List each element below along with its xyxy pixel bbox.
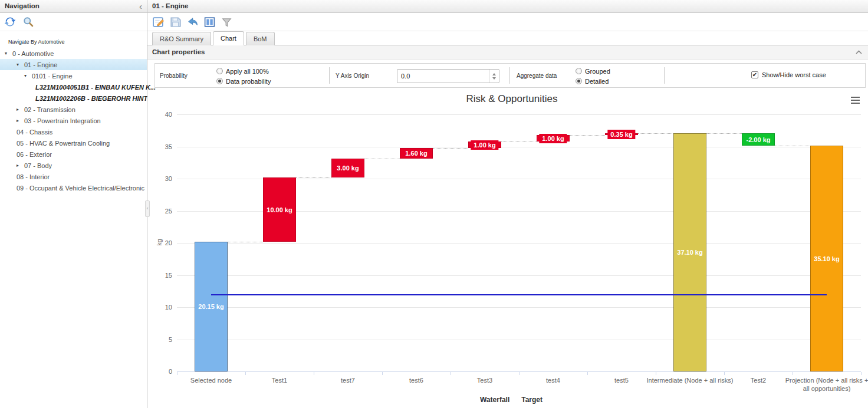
x-axis-tick (519, 372, 520, 375)
bar-value-label: 35.10 kg (811, 254, 842, 264)
radio-icon[interactable] (576, 78, 582, 84)
radio-data-probability[interactable]: Data probability (216, 76, 271, 86)
y-axis-tick-label: 40 (154, 111, 172, 118)
chart-properties-header[interactable]: Chart properties (147, 45, 868, 60)
tree-item-label: 0101 - Engine (32, 73, 73, 80)
bar-value-label: 3.00 kg (334, 163, 361, 173)
tree-item[interactable]: 05 - HVAC & Powertrain Cooling (0, 137, 147, 149)
radio-label: Detailed (585, 78, 609, 85)
worst-case-label: Show/Hide worst case (762, 71, 826, 78)
expander-open-icon[interactable]: ▾ (5, 51, 12, 56)
radio-detailed[interactable]: Detailed (576, 76, 610, 86)
navigation-tree: ▾0 - Automotive▾01 - Engine▾0101 - Engin… (0, 48, 147, 193)
radio-grouped[interactable]: Grouped (576, 66, 610, 76)
y-axis-tick-label: 15 (154, 272, 172, 279)
y-axis-tick-label: 30 (154, 175, 172, 182)
tree-item[interactable]: 09 - Occupant & Vehicle Electrical/Elect… (0, 182, 147, 193)
x-axis-tick (314, 372, 314, 375)
expander-closed-icon[interactable]: ▸ (17, 107, 24, 112)
gridline (177, 147, 861, 147)
worst-case-toggle[interactable]: ✔ Show/Hide worst case (751, 71, 826, 78)
legend-item-target[interactable]: Target (521, 396, 542, 404)
x-axis-tick (861, 372, 862, 375)
x-axis-tick (724, 372, 725, 375)
save-icon[interactable] (169, 16, 182, 28)
y-axis-tick-label: 25 (154, 208, 172, 215)
tree-item[interactable]: 06 - Exterior (0, 149, 147, 160)
waterfall-connector (501, 142, 537, 142)
tree-item-label: 04 - Chassis (17, 129, 52, 136)
waterfall-connector (638, 133, 673, 134)
radio-icon[interactable] (216, 78, 223, 84)
risk-opportunities-chart: Risk & Opportunities kg WaterfallTarget … (147, 90, 868, 408)
tab-bar: R&O SummaryChartBoM (147, 31, 868, 45)
navigation-toolbar (0, 13, 147, 31)
refresh-icon[interactable] (4, 16, 16, 28)
filter-icon[interactable] (221, 16, 233, 28)
main-panel: 01 - Engine (147, 0, 868, 408)
chevron-up-icon[interactable] (856, 45, 862, 59)
splitter-collapse-handle[interactable]: ‹ (145, 200, 150, 217)
tab-bom[interactable]: BoM (246, 32, 275, 45)
legend-item-waterfall[interactable]: Waterfall (480, 396, 509, 404)
radio-label: Grouped (585, 68, 610, 75)
tab-r-o-summary[interactable]: R&O Summary (152, 32, 211, 45)
expander-open-icon[interactable]: ▾ (17, 62, 24, 67)
waterfall-connector (706, 133, 742, 134)
divider (329, 67, 330, 84)
x-axis-tick (245, 372, 246, 375)
spinner-down-icon[interactable] (492, 77, 496, 80)
bar-value-label: -2.00 kg (744, 135, 774, 144)
y-axis-origin-spinner[interactable] (489, 70, 499, 83)
expander-open-icon[interactable]: ▾ (24, 73, 32, 78)
search-icon[interactable] (22, 16, 34, 28)
radio-icon[interactable] (576, 68, 582, 74)
x-axis-category-label: Projection (Node + all risks + all oppor… (782, 377, 868, 393)
y-axis-origin-input[interactable] (397, 69, 499, 83)
tree-item[interactable]: ▾0101 - Engine (0, 70, 147, 81)
tree-item-label: 03 - Powertrain Integration (24, 117, 101, 124)
tree-item-label: 08 - Interior (17, 173, 50, 180)
y-axis-tick-label: 0 (154, 368, 172, 375)
x-axis-tick (656, 372, 656, 375)
expander-closed-icon[interactable]: ▸ (17, 163, 24, 168)
tree-item[interactable]: ▾01 - Engine (0, 59, 147, 70)
expander-closed-icon[interactable]: ▸ (17, 118, 24, 123)
tree-item[interactable]: L321M1002206B - BIEGEROHR HINTEN (0, 93, 147, 104)
tree-item[interactable]: 04 - Chassis (0, 126, 147, 137)
gridline (177, 243, 861, 244)
chart-context-menu-icon[interactable] (851, 97, 860, 106)
spinner-up-icon[interactable] (492, 73, 496, 75)
radio-label: Data probability (226, 78, 271, 85)
tree-item[interactable]: L321M1004051B1 - EINBAU KUFEN K... (0, 81, 147, 93)
tree-item[interactable]: ▾0 - Automotive (0, 48, 147, 59)
tree-item-label: L321M1002206B - BIEGEROHR HINTEN (35, 95, 156, 102)
main-header: 01 - Engine (147, 0, 868, 13)
tree-item[interactable]: ▸03 - Powertrain Integration (0, 115, 147, 126)
gridline (177, 114, 861, 115)
x-axis-tick (587, 372, 588, 375)
bar-value-label: 37.10 kg (674, 248, 705, 257)
probability-label: Probability (160, 73, 188, 79)
y-axis-tick-label: 35 (154, 143, 172, 150)
main-toolbar (147, 13, 868, 31)
tree-item-label: 06 - Exterior (17, 151, 52, 158)
bar-value-label: 20.15 kg (195, 302, 226, 311)
radio-apply-all-100[interactable]: Apply all 100% (216, 66, 271, 76)
probability-radio-group: Apply all 100% Data probability (216, 66, 271, 86)
tree-item[interactable]: ▸07 - Body (0, 160, 147, 171)
chart-legend: WaterfallTarget (480, 396, 542, 404)
navigate-by-value: Automotive (38, 39, 65, 45)
undo-icon[interactable] (186, 16, 199, 28)
edit-icon[interactable] (152, 16, 165, 28)
tree-item[interactable]: 08 - Interior (0, 171, 147, 182)
tab-chart[interactable]: Chart (213, 31, 244, 45)
tree-item-label: L321M1004051B1 - EINBAU KUFEN K... (35, 84, 156, 91)
x-axis-tick (382, 372, 383, 375)
columns-icon[interactable] (203, 16, 216, 28)
tree-item[interactable]: ▸02 - Transmission (0, 104, 147, 115)
gridline (177, 307, 861, 308)
radio-icon[interactable] (216, 68, 223, 74)
collapse-panel-icon[interactable]: ‹ (139, 1, 142, 12)
checkbox-icon[interactable]: ✔ (751, 71, 758, 78)
